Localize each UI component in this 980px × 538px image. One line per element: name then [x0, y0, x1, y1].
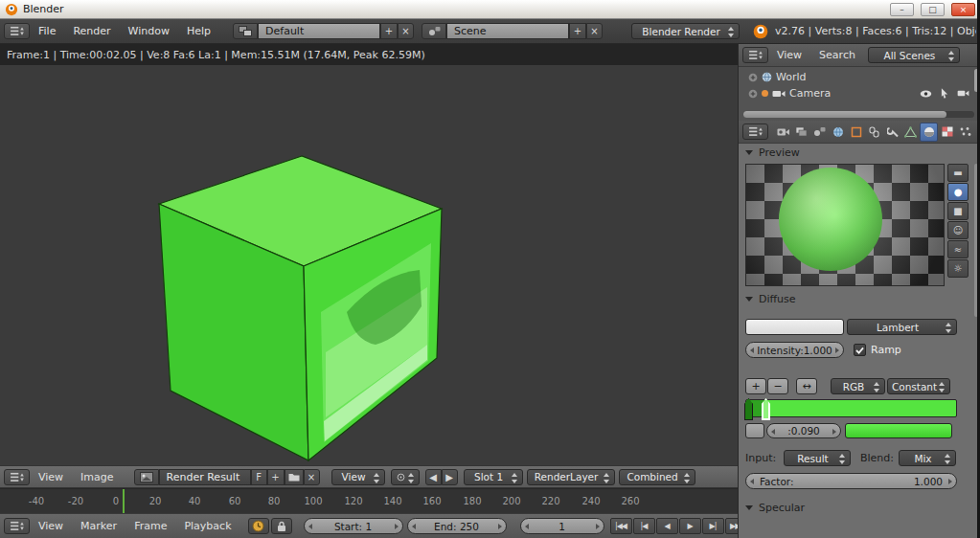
eye-icon[interactable] — [920, 90, 932, 98]
ramp-stop-handle-selected[interactable] — [762, 398, 770, 420]
outliner-item-world[interactable]: World — [739, 69, 980, 85]
menu-frame[interactable]: Frame — [125, 520, 175, 532]
close-button[interactable]: × — [951, 3, 975, 16]
menu-file[interactable]: File — [30, 25, 64, 37]
screen-layout-name-field[interactable]: Default — [258, 23, 380, 39]
current-frame-field[interactable]: 1 — [520, 518, 604, 534]
tab-constraints[interactable] — [865, 123, 883, 142]
image-name-field[interactable]: Render Result — [159, 469, 251, 485]
preview-flat-button[interactable]: ▬ — [947, 164, 969, 182]
open-image-button[interactable] — [285, 469, 304, 485]
shader-dropdown[interactable]: Lambert — [847, 319, 957, 335]
render-engine-dropdown[interactable]: Blender Render — [631, 23, 740, 39]
editor-type-button-image[interactable] — [4, 469, 30, 485]
outliner-filter-dropdown[interactable]: All Scenes — [868, 47, 960, 63]
maximize-button[interactable]: □ — [921, 3, 945, 16]
ramp-remove-stop-button[interactable]: − — [767, 378, 788, 394]
tab-object[interactable] — [847, 123, 865, 142]
tab-world[interactable] — [829, 123, 847, 142]
color-ramp-gradient[interactable] — [745, 399, 957, 417]
menu-window[interactable]: Window — [120, 25, 178, 37]
ramp-flip-button[interactable]: ↔ — [796, 378, 817, 394]
tab-object-data[interactable] — [901, 123, 920, 142]
menu-marker[interactable]: Marker — [72, 520, 125, 532]
play-button[interactable]: ▶ — [679, 518, 701, 534]
current-frame-indicator[interactable] — [123, 489, 125, 514]
scene-delete-button[interactable]: × — [586, 23, 603, 39]
menu-search[interactable]: Search — [810, 49, 864, 61]
editor-type-button-info[interactable] — [4, 23, 30, 39]
view-mode-dropdown[interactable]: View — [331, 469, 385, 485]
ramp-position-field[interactable]: :0.090 — [766, 423, 841, 438]
screen-layout-add-button[interactable]: + — [380, 23, 398, 39]
screen-layout-browse-button[interactable] — [233, 23, 258, 39]
diffuse-color-swatch[interactable] — [745, 319, 844, 335]
intensity-slider[interactable]: Intensity:1.000 — [745, 342, 844, 358]
image-editor-viewport[interactable] — [0, 65, 738, 465]
outliner-horizontal-scrollbar[interactable] — [743, 111, 974, 118]
ramp-stop-handle[interactable] — [744, 398, 753, 420]
preview-panel-header[interactable]: Preview — [745, 146, 800, 159]
editor-type-button-properties[interactable] — [742, 123, 768, 140]
tab-material[interactable] — [920, 123, 938, 142]
ramp-stop-color-swatch[interactable] — [845, 423, 952, 438]
render-layer-dropdown[interactable]: RenderLayer — [527, 469, 615, 485]
jump-to-start-button[interactable]: |◀◀ — [610, 518, 632, 534]
unlink-image-button[interactable]: × — [304, 469, 320, 485]
tab-modifiers[interactable] — [883, 123, 901, 142]
previous-slot-button[interactable]: ◀ — [425, 469, 442, 485]
ramp-stop-stepper-button[interactable] — [745, 423, 764, 438]
tab-render[interactable] — [774, 123, 792, 142]
ramp-color-mode-dropdown[interactable]: RGB — [831, 378, 885, 394]
new-image-button[interactable]: + — [267, 469, 285, 485]
ramp-input-dropdown[interactable]: Result — [784, 450, 851, 466]
play-reverse-button[interactable]: ◀ — [656, 518, 678, 534]
ramp-interpolation-dropdown[interactable]: Constant — [887, 378, 950, 394]
image-browse-button[interactable] — [134, 469, 159, 485]
jump-next-keyframe-button[interactable]: ▶| — [702, 518, 724, 534]
preview-hair-button[interactable]: ≈ — [947, 240, 969, 258]
jump-prev-keyframe-button[interactable]: |◀ — [633, 518, 655, 534]
preview-cube-button[interactable]: ■ — [947, 202, 969, 220]
scene-add-button[interactable]: + — [569, 23, 586, 39]
diffuse-panel-header[interactable]: Diffuse — [745, 293, 796, 305]
render-pass-dropdown[interactable]: Combined — [619, 469, 695, 485]
ramp-blend-dropdown[interactable]: Mix — [899, 450, 956, 466]
timeline-ruler[interactable]: -40 -20 0 20 40 60 80 100 120 140 160 18… — [0, 488, 738, 513]
scene-browse-button[interactable] — [422, 23, 446, 39]
next-slot-button[interactable]: ▶ — [442, 469, 458, 485]
minimize-button[interactable]: – — [890, 3, 914, 16]
preview-sphere-button[interactable]: ● — [947, 183, 969, 201]
specular-panel-header[interactable]: Specular — [745, 502, 805, 514]
menu-view[interactable]: View — [768, 49, 810, 61]
fake-user-button[interactable]: F — [251, 469, 267, 485]
pivot-dropdown[interactable] — [391, 469, 420, 485]
scene-name-field[interactable]: Scene — [446, 23, 569, 39]
cursor-select-icon[interactable] — [941, 88, 948, 99]
tab-render-layers[interactable] — [792, 123, 810, 142]
tab-particles[interactable] — [956, 123, 974, 142]
frame-start-field[interactable]: Start: 1 — [304, 518, 403, 534]
preview-world-button[interactable]: ☼ — [947, 259, 969, 278]
frame-end-field[interactable]: End: 250 — [407, 518, 507, 534]
screen-layout-delete-button[interactable]: × — [398, 23, 414, 39]
editor-type-button-outliner[interactable] — [742, 47, 768, 63]
preview-monkey-button[interactable]: ☺ — [947, 221, 969, 239]
tab-scene[interactable] — [810, 123, 829, 142]
scrollbar-thumb[interactable] — [743, 111, 946, 118]
expand-icon[interactable] — [748, 89, 758, 99]
menu-help[interactable]: Help — [178, 25, 219, 37]
expand-icon[interactable] — [748, 73, 758, 82]
menu-render[interactable]: Render — [64, 25, 119, 37]
menu-view[interactable]: View — [30, 471, 72, 483]
ramp-checkbox[interactable] — [854, 344, 866, 356]
slot-dropdown[interactable]: Slot 1 — [464, 469, 523, 485]
preview-range-button[interactable] — [248, 518, 269, 534]
editor-type-button-timeline[interactable] — [4, 518, 30, 534]
menu-image[interactable]: Image — [72, 471, 122, 483]
menu-playback[interactable]: Playback — [175, 520, 239, 532]
lock-button[interactable] — [271, 518, 292, 534]
menu-view[interactable]: View — [30, 520, 72, 532]
outliner-item-camera[interactable]: Camera — [739, 85, 980, 101]
render-toggle-camera-icon[interactable] — [957, 89, 969, 98]
